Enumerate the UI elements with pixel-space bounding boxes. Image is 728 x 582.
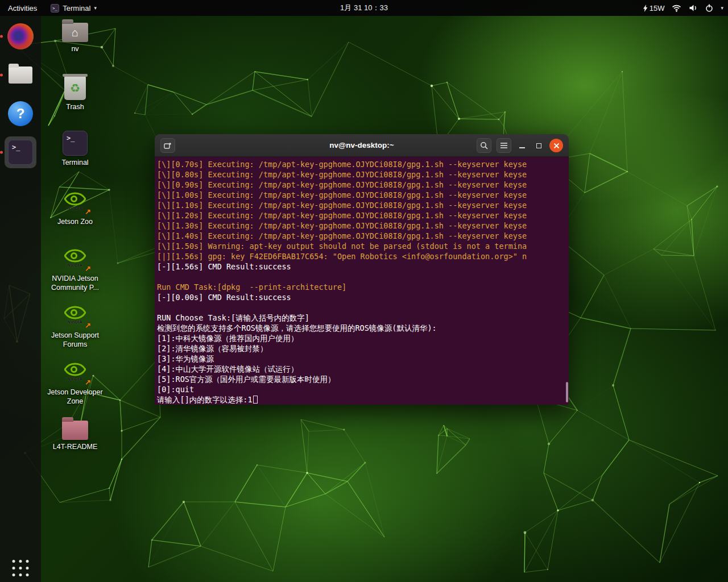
terminal-line: RUN Choose Task:[请输入括号内的数字]: [157, 313, 569, 323]
new-tab-icon: [164, 142, 172, 149]
running-indicator-dot: [0, 151, 3, 154]
running-indicator-dot: [0, 74, 3, 77]
search-icon: [480, 142, 488, 149]
terminal-line: [157, 302, 569, 313]
terminal-line: [\][0.90s] Executing: /tmp/apt-key-gpgho…: [157, 180, 569, 190]
terminal-line: Run CMD Task:[dpkg --print-architecture]: [157, 282, 569, 292]
terminal-line: 请输入[]内的数字以选择:1: [157, 394, 569, 405]
nvidia-logo-icon: NVIDIA↗: [60, 301, 90, 329]
help-icon: ?: [8, 101, 33, 126]
home-folder-icon: ⌂: [62, 23, 88, 42]
power-usage-label: 15W: [650, 4, 665, 13]
terminal-line: [4]:中山大学开源软件镜像站（试运行）: [157, 364, 569, 374]
terminal-line: [\][1.10s] Executing: /tmp/apt-key-gpgho…: [157, 200, 569, 210]
nvidia-eye-icon: [64, 249, 86, 263]
terminal-line: [0]:quit: [157, 384, 569, 394]
firefox-icon: [7, 23, 34, 49]
maximize-icon: [536, 143, 541, 148]
menu-button[interactable]: [497, 138, 511, 153]
terminal-line: [\][0.80s] Executing: /tmp/apt-key-gpgho…: [157, 169, 569, 180]
link-emblem-icon: ↗: [85, 264, 91, 273]
terminal-line: [\][1.20s] Executing: /tmp/apt-key-gpgho…: [157, 210, 569, 221]
desktop-icon-label: Jetson Zoo: [57, 218, 93, 227]
desktop-icon-nvidia-jetson-community-p[interactable]: NVIDIA↗NVIDIA Jetson Community P...: [47, 244, 104, 292]
terminal-line: [2]:清华镜像源（容易被封禁）: [157, 343, 569, 354]
folder-icon: [62, 421, 88, 440]
recycle-icon: ♻: [64, 76, 86, 100]
dock-item-help[interactable]: ?: [5, 98, 36, 130]
desktop-icon-terminal[interactable]: >_Terminal: [47, 131, 104, 168]
terminal-output: [\][0.70s] Executing: /tmp/apt-key-gpgho…: [157, 159, 569, 405]
terminal-content[interactable]: [\][0.70s] Executing: /tmp/apt-key-gpgho…: [155, 157, 569, 405]
activities-button[interactable]: Activities: [0, 0, 45, 16]
nvidia-wordmark: NVIDIA: [68, 263, 83, 267]
status-chevron-down-icon: ▾: [721, 5, 723, 11]
terminal-window: nv@nv-desktop:~: [155, 134, 569, 405]
terminal-line: [|][1.56s] gpg: key F42ED6FBAB17C654: "O…: [157, 251, 569, 261]
terminal-titlebar[interactable]: nv@nv-desktop:~: [155, 134, 569, 157]
desktop-icon-nv[interactable]: ⌂nv: [47, 17, 104, 54]
terminal-app-icon: >_: [51, 4, 59, 13]
scrollbar-thumb[interactable]: [566, 382, 568, 402]
desktop-icon-label: L4T-README: [53, 443, 98, 452]
desktop-icon-label: Jetson Support Forums: [47, 331, 104, 349]
dock: ? >_: [0, 16, 41, 582]
new-tab-button[interactable]: [160, 138, 175, 153]
clock[interactable]: 1月 31 10：33: [340, 0, 388, 16]
minimize-icon: [519, 147, 525, 148]
desktop-icon-label: Terminal: [61, 159, 88, 168]
terminal-line: [\][0.70s] Executing: /tmp/apt-key-gpgho…: [157, 159, 569, 169]
nvidia-logo-icon: NVIDIA↗: [60, 244, 90, 272]
link-emblem-icon: ↗: [85, 321, 91, 330]
dock-item-firefox[interactable]: [5, 20, 36, 52]
desktop-icon-label: Trash: [66, 103, 84, 112]
nvidia-wordmark: NVIDIA: [68, 377, 83, 381]
terminal-line: [\][1.40s] Executing: /tmp/apt-key-gpgho…: [157, 231, 569, 241]
terminal-line: [5]:ROS官方源（国外用户或需要最新版本时使用）: [157, 374, 569, 384]
terminal-line: [3]:华为镜像源: [157, 354, 569, 364]
desktop-icon-jetson-zoo[interactable]: NVIDIA↗Jetson Zoo: [47, 188, 104, 227]
chevron-down-icon: ▾: [94, 5, 97, 11]
system-status-area[interactable]: 15W ▾: [643, 0, 723, 16]
terminal-icon: >_: [63, 131, 88, 156]
terminal-line: [\][1.50s] Warning: apt-key output shoul…: [157, 241, 569, 251]
nvidia-wordmark: NVIDIA: [68, 206, 83, 210]
desktop-icon-label: nv: [71, 45, 78, 54]
nvidia-logo-icon: NVIDIA↗: [60, 358, 90, 385]
nvidia-logo-icon: NVIDIA↗: [60, 188, 90, 215]
terminal-line: [-][1.56s] CMD Result:success: [157, 261, 569, 272]
nvidia-eye-icon: [64, 192, 86, 206]
desktop-icon-jetson-developer-zone[interactable]: NVIDIA↗Jetson Developer Zone: [47, 358, 104, 406]
hamburger-menu-icon: [500, 142, 508, 149]
power-usage: 15W: [643, 4, 665, 13]
desktop-icon-jetson-support-forums[interactable]: NVIDIA↗Jetson Support Forums: [47, 301, 104, 349]
search-button[interactable]: [477, 138, 491, 153]
close-button[interactable]: [549, 139, 563, 152]
wifi-icon: [672, 5, 681, 12]
power-icon: [705, 4, 713, 12]
dock-item-terminal[interactable]: >_: [5, 136, 36, 168]
nvidia-eye-icon: [64, 306, 86, 319]
app-menu[interactable]: >_ Terminal ▾: [45, 0, 102, 16]
desktop-icon-label: NVIDIA Jetson Community P...: [47, 275, 104, 292]
bolt-icon: [643, 5, 648, 12]
terminal-line: [\][1.00s] Executing: /tmp/apt-key-gpgho…: [157, 190, 569, 200]
desktop-icon-label: Jetson Developer Zone: [47, 388, 104, 406]
link-emblem-icon: ↗: [85, 207, 91, 216]
show-applications-button[interactable]: [13, 560, 29, 576]
terminal-line: [1]:中科大镜像源（推荐国内用户使用）: [157, 333, 569, 343]
link-emblem-icon: ↗: [85, 378, 91, 386]
maximize-button[interactable]: [533, 138, 544, 153]
dock-item-files[interactable]: [5, 59, 36, 91]
terminal-icon: >_: [8, 140, 33, 165]
terminal-line: [157, 272, 569, 282]
trash-icon: ♻: [64, 76, 86, 100]
nvidia-wordmark: NVIDIA: [68, 320, 83, 324]
app-menu-label: Terminal: [63, 4, 90, 13]
terminal-cursor: [253, 396, 258, 404]
terminal-line: 检测到您的系统支持多个ROS镜像源，请选择您想要使用的ROS镜像源(默认清华):: [157, 323, 569, 333]
desktop-icon-trash[interactable]: ♻Trash: [47, 74, 104, 112]
terminal-line: [\][1.30s] Executing: /tmp/apt-key-gpgho…: [157, 221, 569, 231]
minimize-button[interactable]: [516, 138, 528, 153]
desktop-icon-l4t-readme[interactable]: L4T-README: [47, 415, 104, 452]
